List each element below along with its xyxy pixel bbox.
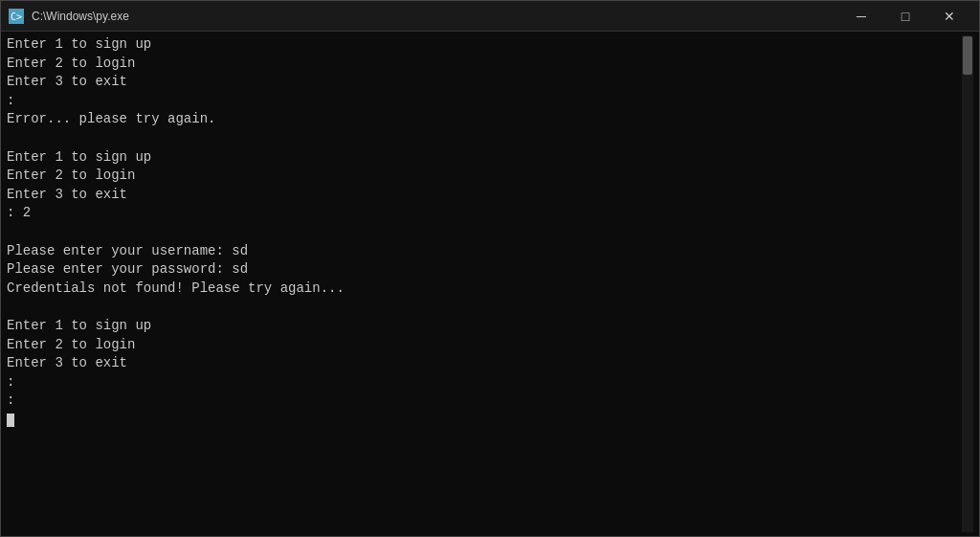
- scrollbar-thumb[interactable]: [963, 36, 972, 75]
- terminal-cursor: [7, 414, 14, 427]
- title-bar: C> C:\Windows\py.exe ─ □ ✕: [1, 1, 979, 32]
- terminal-body[interactable]: Enter 1 to sign up Enter 2 to login Ente…: [1, 32, 979, 536]
- close-button[interactable]: ✕: [927, 1, 971, 32]
- svg-text:C>: C>: [11, 11, 22, 22]
- terminal-output: Enter 1 to sign up Enter 2 to login Ente…: [7, 35, 962, 429]
- title-bar-buttons: ─ □ ✕: [839, 1, 971, 32]
- terminal-window: C> C:\Windows\py.exe ─ □ ✕ Enter 1 to si…: [0, 0, 980, 537]
- minimize-button[interactable]: ─: [839, 1, 883, 32]
- scrollbar[interactable]: [962, 35, 973, 532]
- maximize-button[interactable]: □: [883, 1, 927, 32]
- title-bar-left: C> C:\Windows\py.exe: [9, 9, 129, 24]
- terminal-icon: C>: [9, 9, 24, 24]
- terminal-content: Enter 1 to sign up Enter 2 to login Ente…: [7, 35, 962, 532]
- window-title: C:\Windows\py.exe: [32, 10, 129, 23]
